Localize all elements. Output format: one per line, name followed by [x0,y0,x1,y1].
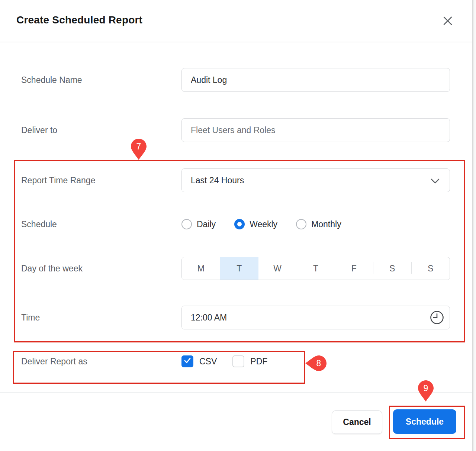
radio-weekly-label: Weekly [250,219,277,229]
radio-daily-label: Daily [197,219,216,229]
radio-monthly-label: Monthly [311,219,341,229]
radio-monthly[interactable]: Monthly [296,219,341,229]
close-icon [442,15,453,28]
modal-right-edge [472,0,476,451]
annotation-pin-9-number: 9 [418,380,434,396]
day-tuesday[interactable]: T [220,257,258,280]
checkbox-csv[interactable]: CSV [181,355,217,367]
day-friday[interactable]: F [335,257,373,280]
report-time-range-value: Last 24 Hours [191,175,244,186]
day-of-week-label: Day of the week [21,257,83,280]
deliver-format-group: CSV PDF [181,350,267,373]
schedule-name-input[interactable] [181,68,450,92]
annotation-pin-7: 7 [131,138,147,161]
cancel-button[interactable]: Cancel [332,410,382,434]
deliver-to-label: Deliver to [21,118,57,142]
time-label: Time [21,306,40,329]
radio-daily[interactable]: Daily [181,219,216,229]
radio-weekly[interactable]: Weekly [234,219,277,229]
checkbox-pdf-box[interactable] [232,355,244,367]
footer-divider [0,392,472,393]
checkbox-pdf-label: PDF [250,357,267,367]
header-divider [0,42,472,42]
day-saturday[interactable]: S [373,257,411,280]
deliver-to-input[interactable] [181,118,450,142]
close-button[interactable] [440,13,456,29]
annotation-pin-8: 8 [305,355,327,371]
deliver-report-as-label: Deliver Report as [21,350,87,373]
day-monday[interactable]: M [182,257,220,280]
schedule-button[interactable]: Schedule [393,409,456,434]
schedule-name-label: Schedule Name [21,68,82,92]
day-thursday[interactable]: T [297,257,335,280]
day-sunday[interactable]: S [411,257,450,280]
schedule-radio-group: Daily Weekly Monthly [181,213,341,235]
check-icon [183,357,192,366]
annotation-pin-9: 9 [418,380,434,402]
checkbox-pdf[interactable]: PDF [232,355,267,367]
day-of-week-selector: M T W T F S S [181,257,450,280]
annotation-pin-7-number: 7 [131,138,147,155]
radio-weekly-circle[interactable] [234,219,245,229]
chevron-down-icon [430,178,440,186]
create-scheduled-report-modal: Create Scheduled Report Schedule Name De… [0,0,476,451]
day-wednesday[interactable]: W [258,257,297,280]
annotation-pin-8-number: 8 [311,355,327,371]
report-time-range-select[interactable]: Last 24 Hours [181,168,450,192]
radio-monthly-circle[interactable] [296,219,306,229]
checkbox-csv-box[interactable] [181,355,193,367]
page-title: Create Scheduled Report [16,14,142,26]
report-time-range-label: Report Time Range [21,168,95,192]
schedule-label: Schedule [21,213,57,235]
time-input[interactable] [181,306,450,329]
clock-icon[interactable] [430,310,444,326]
checkbox-csv-label: CSV [199,357,217,367]
radio-daily-circle[interactable] [181,219,192,229]
